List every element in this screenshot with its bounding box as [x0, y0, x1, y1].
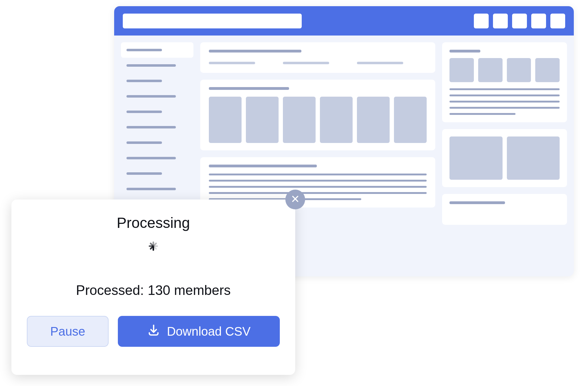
- content-card-gallery: [200, 80, 435, 150]
- spinner-icon: [145, 246, 162, 263]
- close-icon: [291, 195, 300, 204]
- rail-card-middle: [442, 129, 567, 187]
- gallery-tile[interactable]: [209, 97, 242, 143]
- processing-modal: Processing Processed: 130 members Pause …: [11, 199, 295, 375]
- sidebar-item[interactable]: [121, 181, 193, 197]
- sidebar-item[interactable]: [121, 135, 193, 150]
- header-buttons: [474, 14, 565, 28]
- gallery-tile[interactable]: [246, 97, 279, 143]
- download-csv-button[interactable]: Download CSV: [118, 316, 280, 347]
- browser-header: [114, 6, 574, 36]
- header-button[interactable]: [531, 14, 546, 28]
- rail-card-top: [442, 42, 567, 122]
- sidebar-item[interactable]: [121, 150, 193, 166]
- sidebar-item[interactable]: [121, 73, 193, 89]
- pause-button[interactable]: Pause: [27, 316, 109, 347]
- header-button[interactable]: [493, 14, 508, 28]
- sidebar-item[interactable]: [121, 89, 193, 104]
- modal-actions: Pause Download CSV: [27, 316, 280, 347]
- header-button[interactable]: [512, 14, 527, 28]
- sidebar-item[interactable]: [121, 104, 193, 120]
- address-bar[interactable]: [123, 14, 302, 28]
- modal-title: Processing: [117, 214, 190, 231]
- gallery-tile[interactable]: [283, 97, 316, 143]
- rail-tile[interactable]: [535, 58, 560, 82]
- gallery-tile[interactable]: [394, 97, 427, 143]
- rail-card-bottom: [442, 194, 567, 225]
- pause-button-label: Pause: [50, 325, 85, 338]
- rail-tile[interactable]: [449, 58, 474, 82]
- header-button[interactable]: [550, 14, 565, 28]
- sidebar-item[interactable]: [121, 120, 193, 135]
- sidebar-item[interactable]: [121, 58, 193, 73]
- rail-tile[interactable]: [507, 136, 560, 180]
- content-card-header: [200, 42, 435, 73]
- rail-tile[interactable]: [507, 58, 531, 82]
- header-button[interactable]: [474, 14, 489, 28]
- sidebar-item[interactable]: [121, 42, 193, 58]
- rail-tile[interactable]: [478, 58, 503, 82]
- sidebar-item[interactable]: [121, 166, 193, 181]
- modal-status: Processed: 130 members: [76, 283, 230, 298]
- download-button-label: Download CSV: [167, 325, 251, 338]
- right-rail: [442, 42, 567, 270]
- download-icon: [147, 324, 160, 339]
- gallery-tile[interactable]: [357, 97, 390, 143]
- rail-tile[interactable]: [449, 136, 503, 180]
- close-button[interactable]: [285, 190, 305, 209]
- gallery-tile[interactable]: [320, 97, 353, 143]
